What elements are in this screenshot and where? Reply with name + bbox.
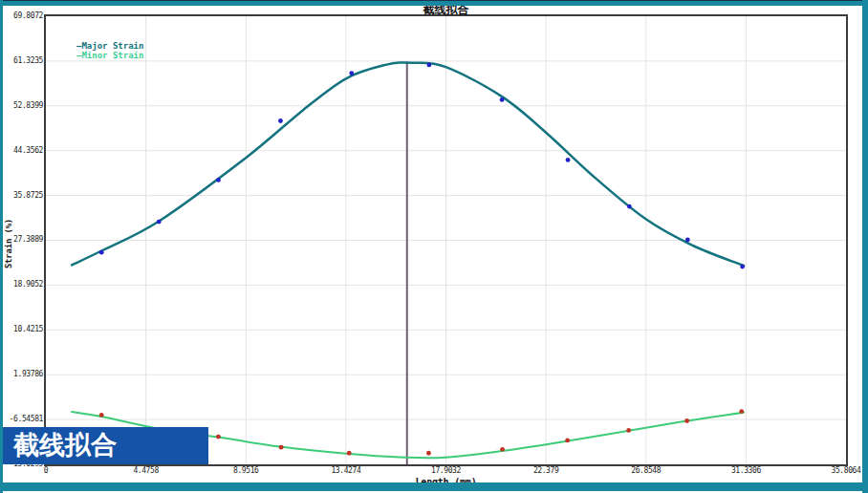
minor-strain-point bbox=[99, 413, 104, 418]
x-tick-label: 4.4758 bbox=[113, 466, 180, 475]
y-tick-label: 69.8072 bbox=[0, 11, 43, 20]
minor-strain-point bbox=[279, 445, 284, 450]
minor-strain-point bbox=[500, 447, 505, 452]
major-strain-point bbox=[99, 250, 104, 255]
minor-strain-point bbox=[347, 451, 352, 456]
x-tick-label: 13.4274 bbox=[313, 466, 380, 475]
x-tick-label: 17.9032 bbox=[413, 466, 480, 475]
x-tick-label: 31.3306 bbox=[712, 466, 779, 475]
y-tick-label: 61.3235 bbox=[0, 56, 43, 65]
legend-item-major-strain: —Major Strain bbox=[76, 41, 143, 51]
major-strain-point bbox=[426, 62, 431, 67]
major-strain-point bbox=[157, 220, 162, 225]
window-top-bar bbox=[0, 0, 868, 6]
minor-strain-point bbox=[626, 428, 631, 433]
major-strain-point bbox=[685, 237, 690, 242]
y-tick-label: -6.54581 bbox=[0, 415, 43, 423]
plot-canvas bbox=[46, 16, 846, 464]
x-tick-label: 22.379 bbox=[512, 466, 579, 475]
legend-item-minor-strain: —Minor Strain bbox=[76, 51, 143, 60]
major-strain-point bbox=[216, 178, 221, 182]
legend-label-major: Major Strain bbox=[81, 41, 143, 51]
fit-window: { "window": { "title": "截线拟合", "banner_t… bbox=[0, 0, 868, 493]
y-tick-label: 10.4215 bbox=[0, 325, 43, 333]
major-strain-point bbox=[349, 71, 354, 75]
y-tick-label: 27.3889 bbox=[0, 235, 43, 244]
major-strain-point bbox=[627, 204, 632, 209]
x-tick-label: 8.9516 bbox=[212, 466, 279, 475]
plot-area[interactable] bbox=[44, 14, 848, 466]
minor-strain-point bbox=[216, 435, 221, 439]
y-tick-label: 1.93786 bbox=[0, 370, 43, 378]
legend-label-minor: Minor Strain bbox=[81, 51, 143, 60]
major-strain-point bbox=[740, 265, 745, 269]
window-bottom-border bbox=[0, 482, 868, 491]
window-left-border bbox=[0, 0, 3, 493]
x-tick-label: 26.8548 bbox=[613, 466, 680, 475]
section-fit-banner: 截线拟合 bbox=[0, 427, 208, 464]
minor-strain-point bbox=[684, 418, 689, 423]
y-tick-label: 52.8399 bbox=[0, 101, 43, 110]
minor-strain-point bbox=[426, 451, 431, 456]
y-tick-label: 44.3562 bbox=[0, 146, 43, 155]
major-strain-point bbox=[566, 158, 571, 162]
x-tick-label: 35.8064 bbox=[813, 466, 868, 475]
major-strain-point bbox=[278, 118, 283, 123]
y-tick-label: 18.9052 bbox=[0, 280, 43, 289]
minor-strain-point bbox=[565, 439, 570, 443]
major-strain-point bbox=[500, 97, 505, 102]
x-tick-label: 0 bbox=[12, 466, 79, 475]
window-right-border bbox=[862, 0, 868, 493]
y-tick-label: 35.8725 bbox=[0, 191, 43, 200]
minor-strain-point bbox=[739, 409, 744, 414]
legend: —Major Strain —Minor Strain bbox=[76, 41, 143, 60]
